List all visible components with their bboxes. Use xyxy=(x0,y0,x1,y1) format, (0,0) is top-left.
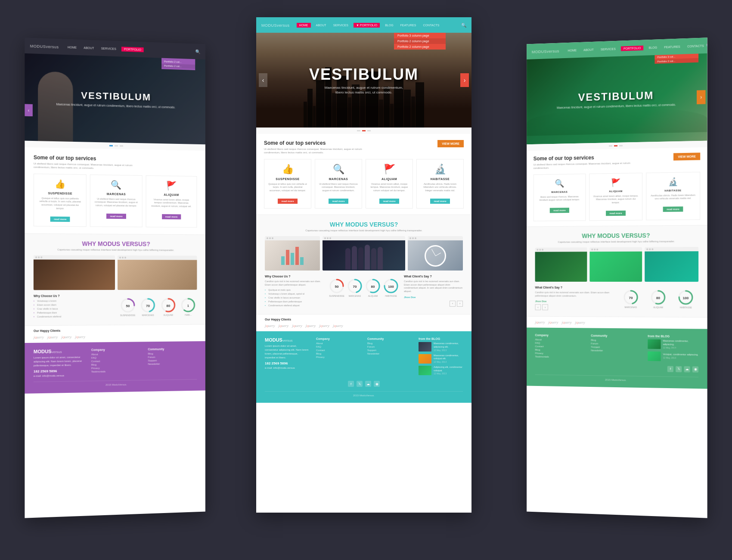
nav-blog-center[interactable]: BLOG xyxy=(383,23,395,28)
fl-contact-center[interactable]: Contact xyxy=(316,349,360,352)
read-more-1-left[interactable]: read more xyxy=(50,216,70,222)
dropdown-center-1[interactable]: Portfolio 3 column page xyxy=(394,33,446,38)
search-icon-left[interactable]: 🔍 xyxy=(195,49,201,54)
fl-faq-right[interactable]: FAQ xyxy=(535,342,584,345)
nav-portfolio-right[interactable]: PORTFOLIO xyxy=(621,45,644,51)
fl-contact-right[interactable]: Contact xyxy=(535,345,584,348)
fl-about-center[interactable]: About xyxy=(316,342,360,345)
dropdown-center-3[interactable]: Portfolio 2 column page xyxy=(394,44,446,50)
rm-1-right[interactable]: read more xyxy=(550,208,569,213)
fl-blog-center[interactable]: Blog xyxy=(316,352,360,355)
search-icon-right[interactable]: 🔍 xyxy=(706,43,707,48)
nav-contacts-center[interactable]: CONTACTS xyxy=(421,23,441,28)
rm-1-center[interactable]: read more xyxy=(278,199,297,204)
fc-newsletter-right[interactable]: Newsletter xyxy=(591,349,641,352)
nav-portfolio-center[interactable]: ▼ PORTFOLIO xyxy=(354,23,380,28)
footer-comm-2-left[interactable]: Forum xyxy=(148,355,197,358)
nav-home-right[interactable]: HOME xyxy=(566,48,579,53)
rm-3-right[interactable]: read more xyxy=(663,206,683,212)
nav-home-left[interactable]: HOME xyxy=(66,44,78,50)
social-tw-right[interactable]: 𝕏 xyxy=(676,366,682,372)
footer-logo-center: MODUSversus xyxy=(265,337,309,342)
social-fb-right[interactable]: f xyxy=(667,366,673,372)
nav-home-center[interactable]: HOME xyxy=(297,23,311,28)
sc-2-center: 🔍 MARCENAS Ut eleifend libero sed neque … xyxy=(315,159,362,208)
footer-link-contact-left[interactable]: Contact xyxy=(91,359,141,362)
nav-services-right[interactable]: SERVICES xyxy=(599,46,617,51)
hero-next-center[interactable]: › xyxy=(460,73,469,87)
nav-features-center[interactable]: FEATURES xyxy=(399,23,418,28)
footer-comm-1-left[interactable]: Blog xyxy=(148,352,197,355)
fc-newsletter-center[interactable]: Newsletter xyxy=(367,352,412,355)
view-more-center[interactable]: VIEW MORE xyxy=(437,140,464,147)
fc-forum-center[interactable]: Forum xyxy=(367,345,412,348)
rm-2-center[interactable]: read more xyxy=(329,199,348,204)
nav-services-left[interactable]: SERVICES xyxy=(99,46,118,51)
hero-prev-center[interactable]: ‹ xyxy=(259,73,267,87)
social-rss2-center[interactable]: ◉ xyxy=(374,381,380,387)
nav-contacts-right[interactable]: CONTACTS xyxy=(685,43,706,49)
fl-privacy-center[interactable]: Privacy xyxy=(316,356,360,358)
footer-link-faq-left[interactable]: FAQ xyxy=(91,356,141,359)
rm-3-center[interactable]: read more xyxy=(379,199,399,204)
testimonial-prev-center[interactable]: ‹ xyxy=(450,301,456,307)
footer-text-left: Lorem ipsum dolor sit amet, consectetur … xyxy=(34,355,84,367)
footer-link-blog-left[interactable]: Blog xyxy=(91,363,141,366)
social-rss2-right[interactable]: ◉ xyxy=(692,366,698,372)
browser-bar-1 xyxy=(265,236,320,240)
nav-about-right[interactable]: ABOUT xyxy=(582,47,596,52)
nav-features-right[interactable]: FEATURES xyxy=(662,44,682,50)
footer-comm-4-left[interactable]: Newsletter xyxy=(148,362,197,365)
rm-2-right[interactable]: read more xyxy=(606,211,626,216)
nav-about-left[interactable]: ABOUT xyxy=(82,45,96,50)
search-icon-center[interactable]: 🔍 xyxy=(461,23,466,28)
footer-link-privacy-left[interactable]: Privacy xyxy=(91,366,141,370)
nav-blog-right[interactable]: BLOG xyxy=(647,45,659,50)
testimonial-name-center: Jhon Doe xyxy=(404,296,463,299)
dropdown-center-2[interactable]: Portfolio 2 column page xyxy=(394,38,446,44)
dropdown-item-2-left[interactable]: Portfolio 2 col... xyxy=(161,63,195,68)
nav-services-center[interactable]: SERVICES xyxy=(332,23,350,28)
fl-blog-right[interactable]: Blog xyxy=(535,348,584,352)
hero-arrow-left-prev[interactable]: ‹ xyxy=(25,104,32,116)
blog-title-2-center: Maecenas condimentur, volutpat elit. xyxy=(434,354,463,361)
fl-testimonials-right[interactable]: Testimonials xyxy=(535,355,584,358)
fl-faq-center[interactable]: FAQ xyxy=(316,345,360,348)
nav-about-center[interactable]: ABOUT xyxy=(314,23,328,28)
fc-blog-center[interactable]: Blog xyxy=(367,342,412,345)
nav-portfolio-left[interactable]: PORTFOLIO xyxy=(121,47,144,52)
cl-1-right: MARCENAS xyxy=(624,306,636,308)
footer-link-about-left[interactable]: About xyxy=(91,352,141,355)
social-rss-center[interactable]: ☁ xyxy=(365,381,371,387)
why-item-5-left: Condimentum eleifend xyxy=(34,315,114,318)
view-more-right[interactable]: VIEW MORE xyxy=(673,152,700,160)
fc-forum-right[interactable]: Forum xyxy=(591,342,641,345)
footer-comm-3-left[interactable]: Support xyxy=(148,358,197,361)
read-more-3-left[interactable]: read more xyxy=(162,214,181,219)
fc-support-right[interactable]: Support xyxy=(591,346,641,349)
why-img-3-right xyxy=(645,247,699,282)
footer-link-testimonials-left[interactable]: Testimonials xyxy=(91,370,141,373)
nav-center: MODUSversus HOME ABOUT SERVICES ▼ PORTFO… xyxy=(256,17,471,33)
fl-about-right[interactable]: About xyxy=(535,338,584,341)
social-fb-center[interactable]: f xyxy=(348,381,354,387)
footer-phone-left: 182 2569 5896 xyxy=(34,369,84,373)
fl-privacy-right[interactable]: Privacy xyxy=(535,352,584,355)
circle-4-left: 1 HABI... xyxy=(181,297,196,316)
testimonial-next-center[interactable]: › xyxy=(457,301,463,307)
services-desc-left: Ut eleifend libero sed neque rhoncus con… xyxy=(34,162,142,171)
footer-col-blog-center: from the BLOG Maecenas condimentur, adip… xyxy=(419,337,463,377)
service-card-2-left: 🔍 MARCENAS Ut eleifend libero sed neque … xyxy=(90,174,142,227)
rm-4-center[interactable]: read more xyxy=(430,199,450,204)
clients-title-left: Our Happy Clients xyxy=(34,328,197,332)
fc-support-center[interactable]: Support xyxy=(367,349,412,352)
footer-phone-center: 182 2569 5896 xyxy=(265,361,309,365)
testi-next-right[interactable]: › xyxy=(542,305,548,311)
read-more-2-left[interactable]: read more xyxy=(106,214,126,219)
social-bird-center[interactable]: 𝕏 xyxy=(357,381,363,387)
social-rss-right[interactable]: ☁ xyxy=(684,366,690,372)
services-title-group-left: Some of our top services Ut eleifend lib… xyxy=(34,154,142,171)
testi-prev-right[interactable]: ‹ xyxy=(535,304,541,310)
hero-next-right[interactable]: › xyxy=(697,90,705,104)
fc-blog-right[interactable]: Blog xyxy=(591,339,641,342)
